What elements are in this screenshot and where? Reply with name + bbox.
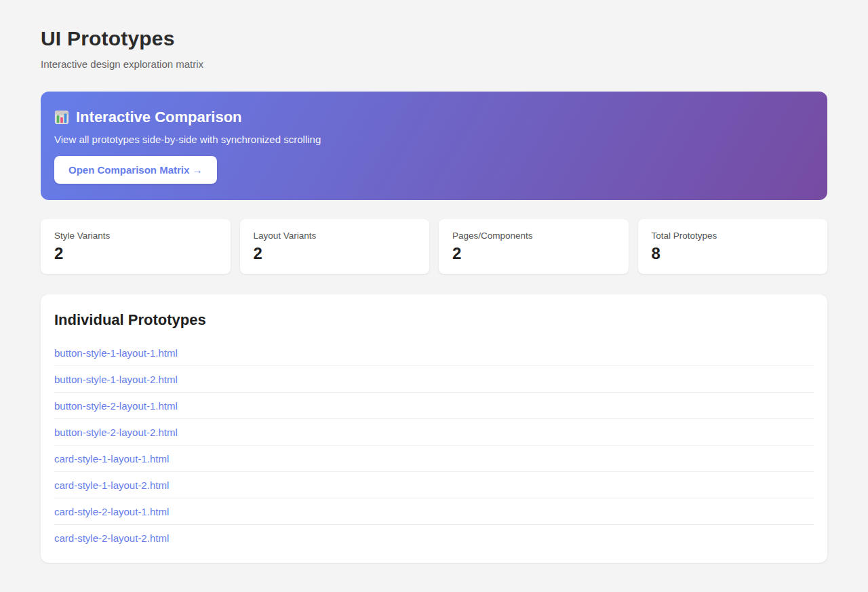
- prototype-link[interactable]: button-style-2-layout-1.html: [54, 393, 814, 418]
- banner-description: View all prototypes side-by-side with sy…: [54, 134, 814, 145]
- page-subtitle: Interactive design exploration matrix: [41, 58, 827, 70]
- list-item: card-style-2-layout-2.html: [54, 525, 814, 551]
- stat-card-layout-variants: Layout Variants 2: [240, 219, 430, 274]
- stat-label: Total Prototypes: [652, 231, 814, 241]
- prototype-link[interactable]: card-style-1-layout-2.html: [54, 472, 814, 498]
- bar-chart-icon: [54, 110, 69, 125]
- list-item: card-style-1-layout-1.html: [54, 446, 814, 472]
- list-item: button-style-2-layout-1.html: [54, 393, 814, 419]
- list-item: button-style-1-layout-1.html: [54, 340, 814, 366]
- banner-title: Interactive Comparison: [54, 108, 814, 126]
- list-item: button-style-2-layout-2.html: [54, 419, 814, 446]
- prototype-link[interactable]: button-style-1-layout-2.html: [54, 366, 814, 392]
- banner-title-text: Interactive Comparison: [76, 108, 242, 126]
- prototype-link[interactable]: card-style-2-layout-2.html: [54, 525, 814, 551]
- prototype-link[interactable]: card-style-1-layout-1.html: [54, 446, 814, 471]
- list-item: card-style-1-layout-2.html: [54, 472, 814, 498]
- prototype-list: button-style-1-layout-1.html button-styl…: [54, 340, 814, 551]
- individual-prototypes-heading: Individual Prototypes: [54, 311, 814, 329]
- stat-card-pages-components: Pages/Components 2: [439, 219, 629, 274]
- individual-prototypes-card: Individual Prototypes button-style-1-lay…: [41, 294, 827, 563]
- open-comparison-matrix-button[interactable]: Open Comparison Matrix →: [54, 156, 217, 184]
- stat-card-style-variants: Style Variants 2: [41, 219, 231, 274]
- interactive-comparison-banner: Interactive Comparison View all prototyp…: [41, 92, 827, 200]
- stat-value: 2: [54, 245, 217, 262]
- stats-row: Style Variants 2 Layout Variants 2 Pages…: [41, 219, 827, 274]
- list-item: card-style-2-layout-1.html: [54, 498, 814, 525]
- stat-label: Layout Variants: [254, 231, 416, 241]
- list-item: button-style-1-layout-2.html: [54, 366, 814, 393]
- prototype-link[interactable]: button-style-2-layout-2.html: [54, 419, 814, 445]
- stat-value: 2: [254, 245, 416, 262]
- stat-value: 2: [452, 245, 615, 262]
- page-title: UI Prototypes: [41, 27, 827, 50]
- prototype-link[interactable]: card-style-2-layout-1.html: [54, 498, 814, 524]
- prototype-link[interactable]: button-style-1-layout-1.html: [54, 340, 814, 366]
- stat-card-total-prototypes: Total Prototypes 8: [638, 219, 828, 274]
- stat-label: Pages/Components: [452, 231, 615, 241]
- stat-value: 8: [652, 245, 814, 262]
- stat-label: Style Variants: [54, 231, 217, 241]
